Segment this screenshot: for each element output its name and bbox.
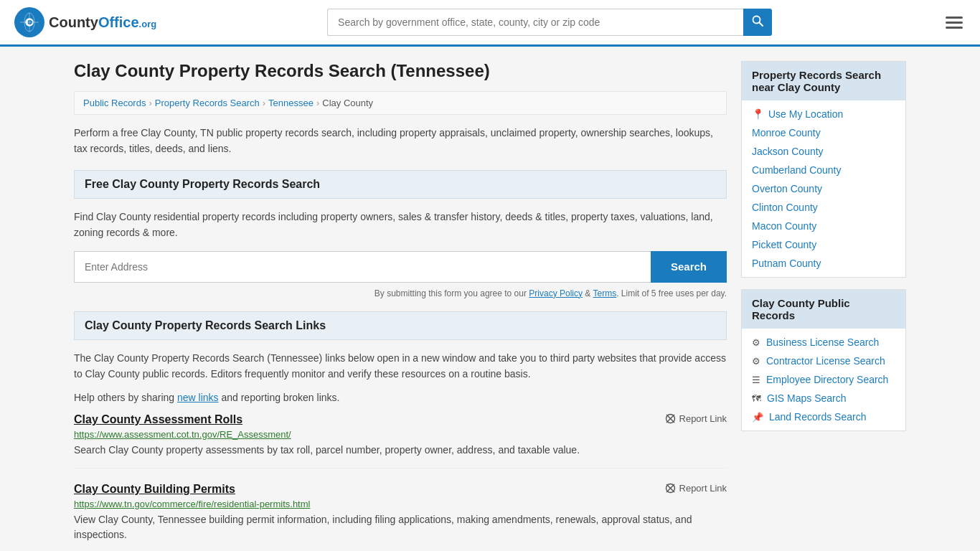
sidebar: Property Records Search near Clay County…	[741, 61, 906, 551]
record-link-item-0: Clay County Assessment Rolls Report Link…	[74, 413, 727, 468]
overton-county-link[interactable]: Overton County	[752, 183, 822, 194]
breadcrumb-sep-3: ›	[316, 98, 319, 108]
record-link-title-row-0: Clay County Assessment Rolls Report Link	[74, 413, 727, 426]
record-link-title-0[interactable]: Clay County Assessment Rolls	[74, 413, 242, 426]
contractor-license-item: ⚙ Contractor License Search	[742, 352, 905, 370]
sidebar-item-macon: Macon County	[742, 217, 905, 235]
address-input[interactable]	[74, 251, 651, 283]
header-search-container	[327, 9, 772, 36]
public-records-section: Clay County Public Records ⚙ Business Li…	[741, 289, 906, 431]
use-my-location-link[interactable]: Use My Location	[768, 108, 843, 120]
sidebar-item-putnam: Putnam County	[742, 254, 905, 273]
links-section-heading: Clay County Property Records Search Link…	[74, 311, 727, 340]
logo-icon: C	[14, 7, 44, 37]
contractor-license-link[interactable]: Contractor License Search	[766, 355, 885, 367]
list-icon: ☰	[752, 375, 760, 385]
report-link-button-1[interactable]: Report Link	[665, 483, 727, 494]
record-url-1[interactable]: https://www.tn.gov/commerce/fire/residen…	[74, 499, 727, 509]
links-section-description: The Clay County Property Records Search …	[74, 350, 727, 382]
public-records-list: ⚙ Business License Search ⚙ Contractor L…	[742, 329, 905, 430]
header-search-input[interactable]	[327, 9, 743, 36]
public-records-heading: Clay County Public Records	[742, 290, 905, 329]
record-link-title-row-1: Clay County Building Permits Report Link	[74, 483, 727, 496]
breadcrumb-public-records[interactable]: Public Records	[83, 98, 146, 108]
form-disclaimer: By submitting this form you agree to our…	[74, 288, 727, 298]
logo-area: C CountyOffice.org	[14, 7, 156, 37]
svg-line-7	[760, 23, 763, 27]
breadcrumb-property-records-search[interactable]: Property Records Search	[155, 98, 260, 108]
nearby-counties-heading: Property Records Search near Clay County	[742, 62, 905, 100]
page-title: Clay County Property Records Search (Ten…	[74, 61, 727, 81]
page-description: Perform a free Clay County, TN public pr…	[74, 125, 727, 157]
breadcrumb-sep-2: ›	[263, 98, 265, 108]
disclaimer-text: By submitting this form you agree to our	[374, 288, 527, 298]
report-link-button-0[interactable]: Report Link	[665, 413, 727, 424]
sidebar-item-jackson: Jackson County	[742, 142, 905, 161]
free-search-heading: Free Clay County Property Records Search	[74, 170, 727, 199]
business-license-item: ⚙ Business License Search	[742, 333, 905, 352]
cumberland-county-link[interactable]: Cumberland County	[752, 164, 842, 176]
putnam-county-link[interactable]: Putnam County	[752, 258, 821, 269]
hamburger-menu-button[interactable]	[943, 14, 966, 32]
gear-icon-1: ⚙	[752, 356, 760, 367]
header-search-button[interactable]	[743, 9, 772, 36]
breadcrumb-sep-1: ›	[149, 98, 151, 108]
logo-org: .org	[139, 19, 157, 29]
record-url-0[interactable]: https://www.assessment.cot.tn.gov/RE_Ass…	[74, 429, 727, 440]
sidebar-item-monroe: Monroe County	[742, 123, 905, 142]
land-records-link[interactable]: Land Records Search	[769, 411, 866, 423]
broken-text: and reporting broken links.	[221, 392, 339, 403]
sidebar-item-clinton: Clinton County	[742, 198, 905, 217]
record-link-item-1: Clay County Building Permits Report Link…	[74, 483, 727, 551]
links-section: Clay County Property Records Search Link…	[74, 311, 727, 551]
nearby-counties-section: Property Records Search near Clay County…	[741, 61, 906, 278]
nearby-counties-list: 📍 Use My Location Monroe County Jackson …	[742, 100, 905, 277]
report-link-label-1: Report Link	[679, 483, 727, 494]
employee-directory-item: ☰ Employee Directory Search	[742, 370, 905, 389]
logo-text: CountyOffice.org	[49, 14, 156, 30]
terms-link[interactable]: Terms	[593, 288, 616, 298]
record-link-title-1[interactable]: Clay County Building Permits	[74, 483, 235, 496]
land-records-item: 📌 Land Records Search	[742, 408, 905, 426]
record-description-1: View Clay County, Tennessee building per…	[74, 512, 727, 542]
pin-icon: 📌	[752, 412, 763, 423]
site-header: C CountyOffice.org	[0, 0, 980, 47]
limit-text: Limit of 5 free uses per day.	[621, 288, 727, 298]
record-description-0: Search Clay County property assessments …	[74, 443, 727, 458]
employee-directory-link[interactable]: Employee Directory Search	[766, 374, 888, 385]
macon-county-link[interactable]: Macon County	[752, 220, 816, 232]
address-search-button[interactable]: Search	[651, 251, 727, 283]
free-search-description: Find Clay County residential property re…	[74, 209, 727, 241]
sidebar-item-pickett: Pickett County	[742, 235, 905, 254]
breadcrumb: Public Records › Property Records Search…	[74, 91, 727, 115]
content-area: Clay County Property Records Search (Ten…	[74, 61, 727, 551]
links-help-text: Help others by sharing new links and rep…	[74, 392, 727, 403]
main-container: Clay County Property Records Search (Ten…	[60, 47, 920, 551]
pickett-county-link[interactable]: Pickett County	[752, 239, 816, 250]
new-links-link[interactable]: new links	[177, 392, 219, 403]
address-search-form: Search	[74, 251, 727, 283]
privacy-policy-link[interactable]: Privacy Policy	[529, 288, 583, 298]
clinton-county-link[interactable]: Clinton County	[752, 202, 818, 213]
map-icon: 🗺	[752, 393, 761, 404]
gis-maps-item: 🗺 GIS Maps Search	[742, 389, 905, 408]
report-link-label-0: Report Link	[679, 413, 727, 424]
use-my-location-item[interactable]: 📍 Use My Location	[742, 105, 905, 123]
breadcrumb-tennessee[interactable]: Tennessee	[268, 98, 314, 108]
business-license-link[interactable]: Business License Search	[766, 336, 879, 348]
sidebar-item-overton: Overton County	[742, 179, 905, 198]
breadcrumb-clay-county: Clay County	[322, 98, 373, 108]
help-text-prefix: Help others by sharing	[74, 392, 174, 403]
monroe-county-link[interactable]: Monroe County	[752, 127, 821, 138]
sidebar-item-cumberland: Cumberland County	[742, 161, 905, 179]
gear-icon-0: ⚙	[752, 337, 760, 348]
jackson-county-link[interactable]: Jackson County	[752, 146, 824, 157]
location-pin-icon: 📍	[752, 108, 764, 120]
gis-maps-link[interactable]: GIS Maps Search	[767, 392, 847, 404]
